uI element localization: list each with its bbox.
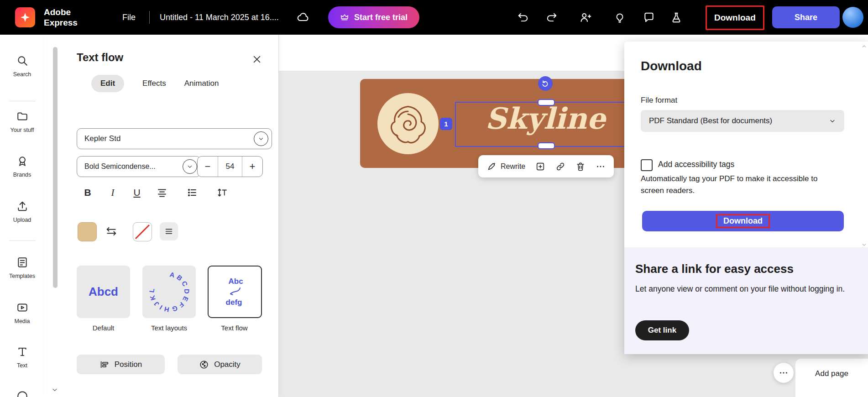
lightbulb-icon	[614, 11, 626, 23]
sidebar-item-templates[interactable]: Templates	[0, 256, 44, 279]
tab-edit[interactable]: Edit	[91, 75, 124, 92]
labs-button[interactable]	[669, 10, 684, 25]
style-card-text-flow[interactable]: Abc defg	[208, 266, 262, 318]
bottom-resize-handle[interactable]	[538, 142, 555, 149]
sidebar-item-label: Media	[14, 318, 30, 324]
sidebar-item-media[interactable]: Media	[0, 302, 44, 324]
selection-box[interactable]	[455, 102, 631, 147]
list-button[interactable]	[184, 185, 200, 200]
style-card-label: Text layouts	[142, 324, 196, 332]
sidebar-item-text[interactable]: Text	[0, 346, 44, 369]
rotate-handle[interactable]	[538, 76, 553, 91]
get-link-button[interactable]: Get link	[635, 320, 689, 340]
swap-colors-button[interactable]	[104, 224, 119, 239]
rewrite-button[interactable]: Rewrite	[486, 162, 525, 172]
panel-download-button[interactable]: Download	[642, 211, 844, 231]
sidebar-item-your-stuff[interactable]: Your stuff	[0, 110, 44, 133]
font-size-value[interactable]: 54	[218, 157, 242, 177]
share-button[interactable]: Share	[772, 6, 840, 28]
document-title[interactable]: Untitled - 11 March 2025 at 16....	[160, 0, 279, 35]
no-color-swatch[interactable]	[133, 222, 152, 241]
panel-scrollbar[interactable]	[53, 47, 58, 288]
tab-effects[interactable]: Effects	[142, 79, 166, 88]
sidebar-item-label: Upload	[13, 217, 31, 223]
italic-button[interactable]: I	[105, 185, 120, 200]
no-color-diagonal	[133, 223, 152, 241]
rose-logo[interactable]	[377, 93, 439, 154]
add-element-button[interactable]	[535, 162, 545, 172]
ideas-button[interactable]	[612, 10, 627, 25]
increase-font-size-button[interactable]: +	[242, 157, 262, 177]
comments-button[interactable]	[642, 10, 656, 25]
decrease-font-size-button[interactable]: −	[198, 157, 218, 177]
templates-icon	[16, 256, 28, 268]
font-style-value: Bold Semicondense...	[84, 162, 156, 171]
align-button[interactable]	[154, 185, 170, 200]
file-format-label: File format	[641, 96, 677, 105]
style-card-default[interactable]: Abcd	[77, 266, 130, 318]
italic-glyph: I	[111, 187, 115, 198]
flow-arrow-icon	[227, 287, 242, 298]
sidebar-item-brands[interactable]: Brands	[0, 155, 44, 178]
accessibility-checkbox[interactable]	[641, 159, 653, 171]
file-format-select[interactable]: PDF Standard (Best for documents)	[641, 110, 844, 132]
sidebar-scroll-down-button[interactable]	[51, 386, 58, 393]
font-style-select[interactable]: Bold Semicondense...	[77, 156, 201, 177]
tab-animation[interactable]: Animation	[184, 79, 219, 88]
rewrite-icon	[486, 162, 497, 172]
close-icon	[252, 54, 262, 64]
sidebar-item-label: Brands	[13, 172, 31, 178]
cloud-save-button[interactable]	[295, 9, 311, 26]
redo-button[interactable]	[544, 10, 559, 25]
panel-download-label: Download	[716, 214, 770, 228]
more-options-button[interactable]	[596, 162, 606, 172]
chevron-up-icon	[861, 43, 867, 49]
panel-title: Text flow	[77, 51, 123, 64]
delete-button[interactable]	[575, 162, 586, 172]
sidebar-item-label: Your stuff	[10, 127, 34, 133]
comment-icon	[643, 11, 655, 23]
scroll-up-button[interactable]	[861, 43, 867, 49]
text-flow-preview-bottom: defg	[226, 298, 242, 307]
rewrite-label: Rewrite	[501, 162, 525, 171]
trash-icon	[575, 162, 586, 172]
default-preview: Abcd	[89, 285, 118, 299]
add-page-button[interactable]: Add page	[795, 359, 868, 397]
undo-icon	[517, 11, 529, 23]
circular-text-preview: ABCDEFGHIJKL	[149, 272, 189, 312]
file-menu[interactable]: File	[122, 0, 136, 35]
line-spacing-button[interactable]	[214, 185, 230, 200]
undo-button[interactable]	[516, 10, 530, 25]
sidebar-divider	[9, 101, 36, 101]
scroll-down-button[interactable]	[861, 242, 867, 248]
opacity-button[interactable]: Opacity	[178, 355, 262, 374]
start-free-trial-label: Start free trial	[354, 13, 408, 22]
opacity-icon	[199, 360, 209, 370]
font-family-select[interactable]: Kepler Std	[77, 128, 272, 149]
download-button[interactable]: Download	[706, 5, 764, 30]
style-card-label: Default	[77, 324, 130, 332]
close-panel-button[interactable]	[251, 53, 263, 66]
sidebar-item-partial[interactable]	[0, 389, 44, 397]
page-more-options-button[interactable]	[774, 363, 794, 383]
chevron-down-icon	[829, 117, 836, 125]
text-list-style-button[interactable]	[160, 222, 178, 240]
link-button[interactable]	[555, 162, 565, 172]
redo-icon	[546, 11, 558, 23]
sidebar-item-upload[interactable]: Upload	[0, 200, 44, 223]
position-button[interactable]: Position	[77, 355, 165, 374]
underline-button[interactable]: U	[129, 185, 145, 200]
start-free-trial-button[interactable]: Start free trial	[328, 6, 419, 28]
text-color-swatch[interactable]	[78, 222, 97, 241]
adobe-express-logo[interactable]	[15, 7, 35, 27]
top-resize-handle[interactable]	[538, 99, 555, 106]
shapes-partial-icon	[16, 389, 28, 397]
avatar[interactable]	[842, 7, 863, 28]
sparkle-icon	[20, 12, 31, 23]
share-link-description: Let anyone view or comment on your file …	[635, 283, 854, 295]
style-card-text-layouts[interactable]: ABCDEFGHIJKL	[142, 266, 196, 318]
bold-button[interactable]: B	[80, 185, 95, 200]
sidebar-item-search[interactable]: Search	[0, 55, 44, 78]
more-icon	[596, 162, 606, 172]
invite-button[interactable]	[578, 10, 592, 25]
